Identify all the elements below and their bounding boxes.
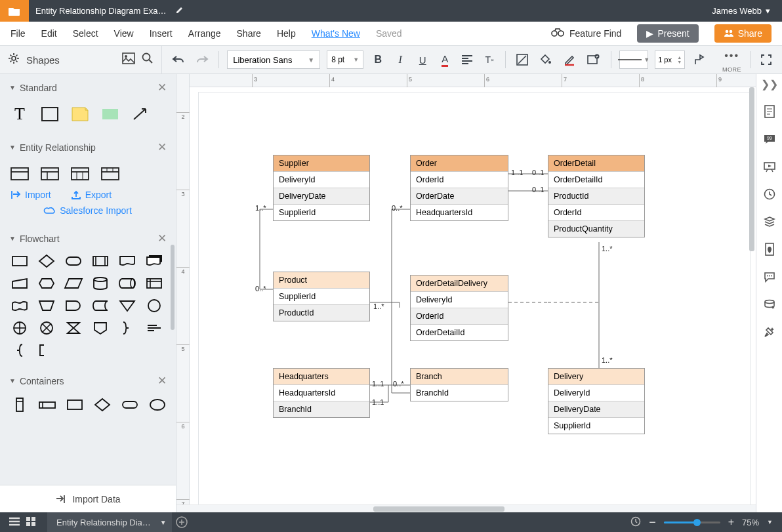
zoom-out-button[interactable]: −: [649, 516, 656, 529]
menu-share[interactable]: Share: [237, 28, 261, 39]
arrow-shape[interactable]: [131, 106, 150, 122]
comments-icon[interactable]: 99: [762, 132, 777, 146]
zoom-slider[interactable]: [664, 522, 720, 523]
feature-find[interactable]: Feature Find: [551, 28, 621, 39]
close-icon[interactable]: ✕: [157, 140, 167, 154]
fc-preparation[interactable]: [37, 276, 56, 291]
more-tools-button[interactable]: •••: [722, 47, 742, 65]
fc-manual-op[interactable]: [37, 298, 56, 314]
fc-paper-tape[interactable]: [10, 298, 29, 314]
border-color-button[interactable]: [561, 51, 578, 69]
container-swimlane-h[interactable]: [38, 397, 56, 413]
er-import-link[interactable]: Import: [10, 190, 51, 200]
fc-predefined[interactable]: [91, 253, 110, 269]
container-circle[interactable]: [148, 397, 167, 413]
zoom-value[interactable]: 75%: [742, 518, 759, 527]
menu-view[interactable]: View: [114, 28, 134, 39]
menu-select[interactable]: Select: [73, 28, 98, 39]
chat-icon[interactable]: [762, 270, 777, 284]
shape-style-button[interactable]: [585, 51, 603, 69]
autosave-indicator-icon[interactable]: [630, 516, 641, 529]
text-color-button[interactable]: A: [437, 51, 453, 69]
edit-title-icon[interactable]: [175, 5, 184, 16]
line-routing-button[interactable]: [691, 51, 709, 69]
close-icon[interactable]: ✕: [157, 374, 167, 388]
undo-button[interactable]: [170, 51, 187, 69]
fc-internal-storage[interactable]: [145, 276, 163, 291]
font-family-select[interactable]: Liberation Sans ▼: [227, 51, 320, 69]
section-flowchart[interactable]: ▼ Flowchart ✕: [0, 225, 176, 252]
fc-note[interactable]: [145, 320, 163, 336]
fc-document[interactable]: [118, 253, 136, 269]
list-view-icon[interactable]: [9, 517, 20, 528]
section-containers[interactable]: ▼ Containers ✕: [0, 367, 176, 394]
entity-branch[interactable]: Branch BranchId: [410, 368, 508, 401]
canvas-horizontal-scrollbar[interactable]: [176, 504, 756, 512]
canvas-area[interactable]: 2 3 4 5 6 7 3 4 5 6 7 8 9: [176, 74, 756, 512]
salesforce-import-link[interactable]: Salesforce Import: [44, 205, 132, 216]
italic-button[interactable]: I: [392, 51, 408, 69]
menu-arrange[interactable]: Arrange: [188, 28, 221, 39]
fc-database[interactable]: [91, 276, 110, 291]
fc-brace-right[interactable]: [118, 320, 136, 336]
fill-color-button[interactable]: [537, 51, 554, 69]
document-title[interactable]: Entity Relationship Diagram Exa…: [35, 6, 166, 16]
close-icon[interactable]: ✕: [157, 232, 167, 245]
chevron-down-icon[interactable]: ▼: [767, 519, 773, 525]
insert-image-icon[interactable]: [122, 52, 135, 67]
fc-delay[interactable]: [64, 298, 83, 314]
note-shape[interactable]: [71, 106, 89, 122]
share-button[interactable]: Share: [714, 24, 772, 43]
container-swimlane-v[interactable]: [10, 397, 29, 413]
import-data-button[interactable]: Import Data: [0, 485, 176, 512]
er-export-link[interactable]: Export: [71, 190, 112, 200]
fc-merge[interactable]: [118, 298, 136, 314]
line-width-select[interactable]: 1 px ▲▼: [655, 51, 685, 69]
entity-supplier[interactable]: Supplier DeliveryId DeliveryDate Supplie…: [273, 155, 370, 221]
entity-delivery[interactable]: Delivery DeliveryId DeliveryDate Supplie…: [548, 368, 645, 434]
fc-multidoc[interactable]: [145, 253, 163, 269]
section-entity-relationship[interactable]: ▼ Entity Relationship ✕: [0, 134, 176, 161]
canvas-vertical-scrollbar[interactable]: [748, 87, 756, 504]
fc-collate[interactable]: [64, 320, 83, 336]
align-button[interactable]: [459, 51, 475, 69]
block-shape[interactable]: [101, 106, 119, 122]
fc-direct-data[interactable]: [118, 276, 136, 291]
folder-icon[interactable]: [0, 0, 29, 22]
section-standard[interactable]: ▼ Standard ✕: [0, 74, 176, 101]
fc-decision[interactable]: [37, 253, 56, 269]
grid-view-icon[interactable]: [26, 517, 35, 528]
rectangle-shape[interactable]: [41, 106, 59, 122]
underline-button[interactable]: U: [415, 51, 430, 69]
layers-icon[interactable]: [762, 215, 777, 229]
close-icon[interactable]: ✕: [157, 81, 167, 94]
document-properties-icon[interactable]: [762, 104, 777, 119]
container-diamond[interactable]: [93, 397, 112, 413]
fc-annotation[interactable]: [37, 342, 56, 358]
line-style-select[interactable]: ▼: [619, 51, 648, 69]
shape-fill-none-button[interactable]: [514, 51, 531, 69]
menu-help[interactable]: Help: [277, 28, 296, 39]
data-linking-icon[interactable]: [762, 297, 777, 312]
history-icon[interactable]: [762, 187, 777, 201]
clear-format-button[interactable]: T×: [482, 51, 497, 69]
menu-insert[interactable]: Insert: [150, 28, 173, 39]
menu-edit[interactable]: Edit: [41, 28, 57, 39]
page-tab[interactable]: Entity Relationship Dia… ▼: [47, 512, 172, 532]
font-size-select[interactable]: 8 pt ▼: [327, 51, 363, 69]
er-table-header-split[interactable]: [101, 166, 119, 182]
collapse-right-icon[interactable]: ❯❯: [761, 78, 778, 91]
fc-brace-left[interactable]: [10, 342, 29, 358]
fc-data[interactable]: [64, 276, 83, 291]
er-table-1col[interactable]: [10, 166, 29, 182]
fc-offpage[interactable]: [91, 320, 110, 336]
add-page-button[interactable]: [172, 516, 192, 528]
entity-headquarters[interactable]: Headquarters HeadquartersId BranchId: [273, 368, 370, 418]
fc-stored-data[interactable]: [91, 298, 110, 314]
fc-or[interactable]: [10, 320, 29, 336]
page[interactable]: Supplier DeliveryId DeliveryDate Supplie…: [199, 92, 750, 512]
search-shapes-icon[interactable]: [142, 52, 154, 67]
fullscreen-button[interactable]: [758, 51, 774, 69]
presentation-icon[interactable]: [762, 159, 777, 174]
entity-orderdetaildelivery[interactable]: OrderDetailDelivery DeliveryId OrderId O…: [410, 275, 508, 341]
